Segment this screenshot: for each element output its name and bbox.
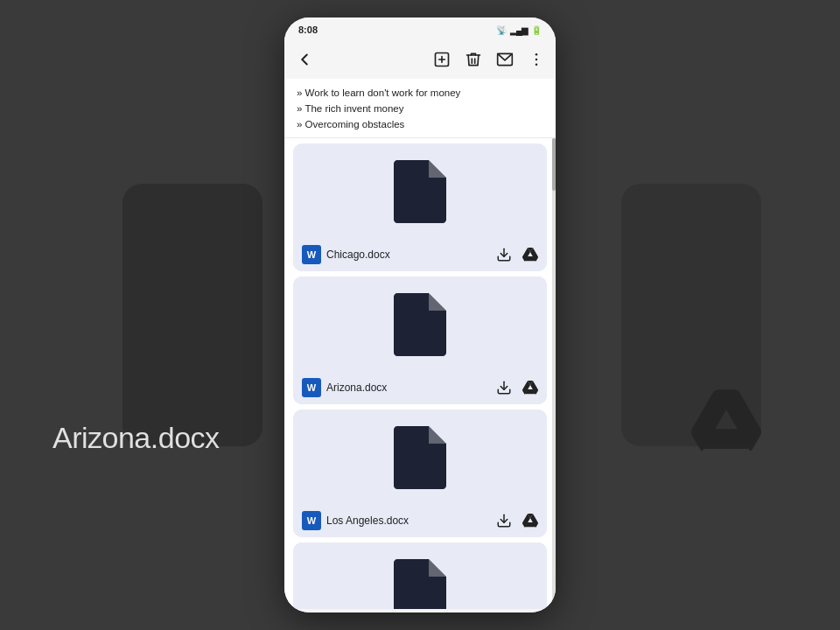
svg-point-5 <box>536 59 538 61</box>
word-badge-arizona: W <box>302 378 321 397</box>
drive-button-chicago[interactable] <box>522 247 538 262</box>
file-actions-arizona <box>496 380 538 396</box>
status-bar: 8:08 📡 ▂▄▆ 🔋 <box>284 18 556 40</box>
more-options-button[interactable] <box>528 51 545 68</box>
file-actions-losangeles <box>496 513 538 528</box>
download-button-arizona[interactable] <box>496 380 512 396</box>
file-card-arizona: W Arizona.docx <box>293 276 547 404</box>
file-name-arizona: Arizona.docx <box>326 382 387 394</box>
doc-icon-nyc <box>394 559 446 609</box>
file-name-losangeles: Los Angeles.docx <box>326 514 409 527</box>
bottom-bar <box>284 609 556 612</box>
svg-point-4 <box>536 53 538 56</box>
bullet-item-2: » The rich invent money <box>297 102 543 117</box>
file-footer-chicago: W Chicago.docx <box>293 240 547 271</box>
battery-icon: 🔋 <box>531 25 542 35</box>
status-time: 8:08 <box>298 24 318 35</box>
download-add-button[interactable] <box>433 51 451 68</box>
download-button-chicago[interactable] <box>496 247 512 262</box>
bg-drive-icon <box>691 386 761 459</box>
file-info-losangeles: W Los Angeles.docx <box>302 511 409 530</box>
file-preview-arizona <box>293 276 547 373</box>
download-button-losangeles[interactable] <box>496 513 512 528</box>
file-card-losangeles: W Los Angeles.docx <box>293 410 547 537</box>
file-footer-arizona: W Arizona.docx <box>293 373 547 404</box>
email-button[interactable] <box>496 51 514 68</box>
word-badge-losangeles: W <box>302 511 321 530</box>
file-name-chicago: Chicago.docx <box>326 248 390 261</box>
file-card-chicago: W Chicago.docx <box>293 144 547 271</box>
drive-button-arizona[interactable] <box>522 380 538 396</box>
cast-icon: 📡 <box>496 25 507 35</box>
bullet-section: » Work to learn don't work for money » T… <box>284 79 556 138</box>
bg-filename-text: Arizona.docx <box>52 421 220 455</box>
file-info-arizona: W Arizona.docx <box>302 378 387 397</box>
action-bar-right <box>433 51 545 68</box>
file-footer-losangeles: W Los Angeles.docx <box>293 506 547 537</box>
file-card-nyc: W NYC.docx <box>293 542 547 609</box>
word-badge-chicago: W <box>302 245 321 264</box>
doc-icon-chicago <box>394 160 446 223</box>
status-icons: 📡 ▂▄▆ 🔋 <box>496 25 542 35</box>
doc-icon-losangeles <box>394 426 446 489</box>
back-button[interactable] <box>295 50 314 69</box>
action-bar <box>284 40 556 79</box>
phone-frame: 8:08 📡 ▂▄▆ 🔋 <box>284 18 556 612</box>
file-preview-nyc <box>293 542 547 609</box>
action-bar-left <box>295 50 314 69</box>
drive-button-losangeles[interactable] <box>522 513 538 528</box>
file-list[interactable]: W Chicago.docx <box>284 138 556 609</box>
doc-icon-arizona <box>394 293 446 356</box>
bullet-item-1: » Work to learn don't work for money <box>297 86 543 102</box>
scrollbar <box>552 138 556 609</box>
file-preview-losangeles <box>293 410 547 506</box>
file-preview-chicago <box>293 144 547 240</box>
svg-point-6 <box>536 64 538 66</box>
delete-button[interactable] <box>465 51 482 68</box>
file-actions-chicago <box>496 247 538 262</box>
signal-icon: ▂▄▆ <box>510 25 528 35</box>
file-info-chicago: W Chicago.docx <box>302 245 390 264</box>
scrollbar-thumb <box>552 138 556 191</box>
bullet-item-3: » Overcoming obstacles <box>297 117 543 133</box>
